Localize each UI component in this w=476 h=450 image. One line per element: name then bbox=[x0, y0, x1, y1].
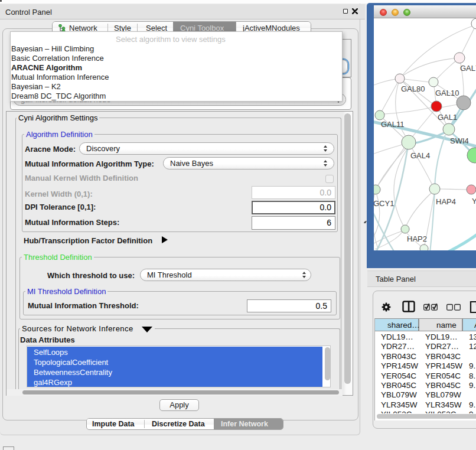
svg-text:GCY1: GCY1 bbox=[374, 199, 394, 208]
svg-text:SWI4: SWI4 bbox=[450, 136, 469, 145]
svg-text:GAL4: GAL4 bbox=[410, 151, 430, 160]
svg-text:HAP2: HAP2 bbox=[407, 234, 427, 243]
svg-text:GAL1: GAL1 bbox=[438, 113, 457, 122]
svg-text:GAL80: GAL80 bbox=[401, 84, 425, 93]
svg-text:YD: YD bbox=[472, 197, 476, 206]
svg-text:GAL7: GAL7 bbox=[460, 64, 476, 73]
svg-text:GAL10: GAL10 bbox=[435, 89, 459, 97]
svg-text:GAL11: GAL11 bbox=[381, 120, 405, 129]
svg-text:HAP4: HAP4 bbox=[436, 197, 456, 206]
